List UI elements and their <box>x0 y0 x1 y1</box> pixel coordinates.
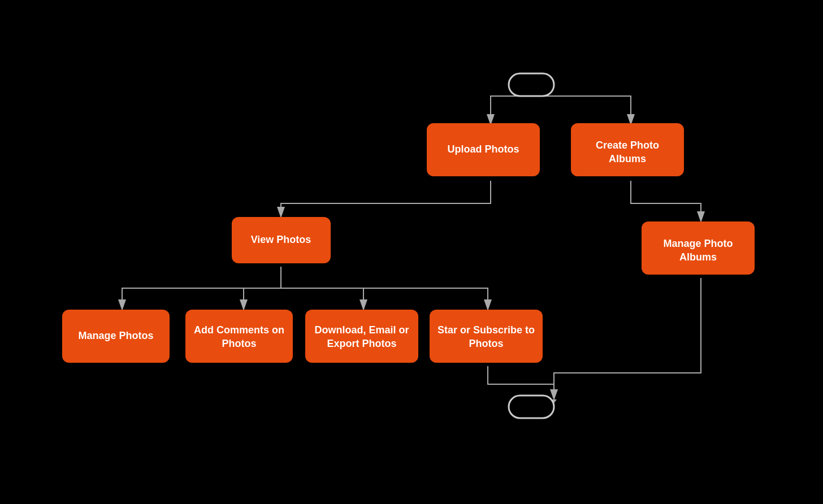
download-label: Download, Email or <box>314 324 409 336</box>
flowchart-diagram: Upload Photos Create Photo Albums View P… <box>0 0 823 504</box>
create-albums-label2: Albums <box>609 153 646 164</box>
add-comments-label: Add Comments on <box>194 324 284 336</box>
create-albums-label: Create Photo <box>596 140 659 151</box>
star-label: Star or Subscribe to <box>438 324 535 336</box>
star-label2: Photos <box>469 338 504 349</box>
download-label2: Export Photos <box>327 338 396 349</box>
star-node[interactable] <box>430 310 543 363</box>
manage-albums-label2: Albums <box>679 251 717 263</box>
add-comments-node[interactable] <box>185 310 293 363</box>
manage-photos-label: Manage Photos <box>78 330 153 341</box>
manage-albums-label: Manage Photo <box>663 238 733 249</box>
add-comments-label2: Photos <box>222 338 257 349</box>
upload-photos-label: Upload Photos <box>448 144 519 155</box>
download-node[interactable] <box>305 310 418 363</box>
view-photos-label: View Photos <box>251 234 311 245</box>
